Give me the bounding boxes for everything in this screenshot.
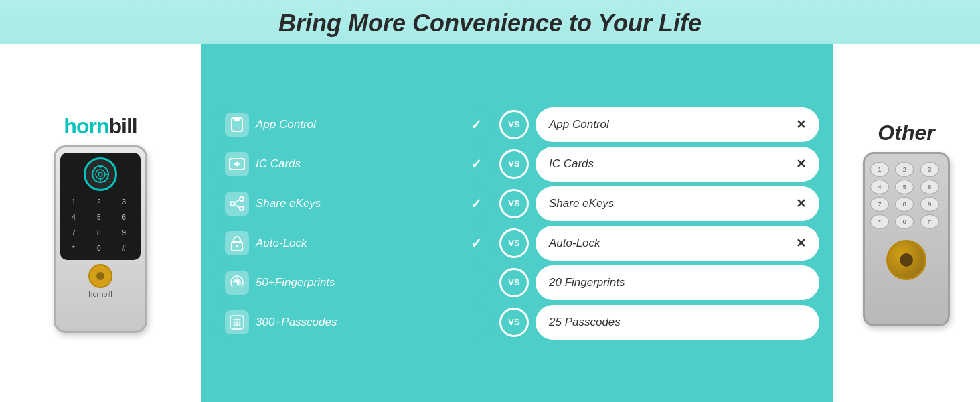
vs-badge-3: VS bbox=[499, 189, 529, 218]
app-control-check: ✓ bbox=[471, 117, 482, 133]
other-app-control: App Control ✕ bbox=[536, 107, 819, 142]
other-key-9: 9 bbox=[920, 197, 939, 212]
key-4: 4 bbox=[64, 210, 84, 224]
other-key-2: 2 bbox=[895, 162, 914, 177]
key-star: * bbox=[64, 241, 84, 255]
hornbill-logo: hornbill bbox=[64, 114, 137, 139]
vs-badge-4: VS bbox=[499, 228, 529, 258]
hornbill-app-control: App Control ✓ bbox=[214, 107, 493, 142]
fingerprint-icon-row bbox=[225, 271, 249, 295]
other-ic-cards-label: IC Cards bbox=[549, 157, 789, 171]
other-app-control-label: App Control bbox=[549, 118, 789, 131]
key-9: 9 bbox=[114, 226, 134, 239]
svg-point-0 bbox=[92, 166, 108, 182]
other-fingerprints-label: 20 Fingerprints bbox=[549, 276, 806, 289]
keyhole bbox=[88, 264, 112, 288]
share-ekeys-icon bbox=[225, 192, 249, 216]
feature-row-ic-cards: IC Cards ✓ VS IC Cards ✕ bbox=[214, 147, 819, 182]
other-auto-lock-x: ✕ bbox=[796, 236, 806, 251]
vs-badge-2: VS bbox=[499, 149, 529, 179]
svg-point-10 bbox=[236, 163, 238, 165]
other-key-6: 6 bbox=[920, 180, 939, 194]
other-knob-inner bbox=[900, 253, 913, 267]
key-2: 2 bbox=[89, 195, 109, 208]
other-key-1: 1 bbox=[870, 162, 889, 177]
vs-badge-1: VS bbox=[499, 110, 529, 139]
lock-screen: 1 2 3 4 5 6 7 8 9 * 0 # bbox=[60, 153, 141, 260]
hornbill-keypad: 1 2 3 4 5 6 7 8 9 * 0 # bbox=[64, 195, 137, 255]
other-share-ekeys: Share eKeys ✕ bbox=[536, 186, 819, 221]
other-share-ekeys-label: Share eKeys bbox=[549, 197, 789, 210]
hornbill-share-ekeys: Share eKeys ✓ bbox=[214, 186, 493, 221]
main-container: Bring More Convenience to Your Life horn… bbox=[0, 0, 980, 402]
svg-point-17 bbox=[236, 245, 238, 247]
other-key-0: 0 bbox=[895, 214, 914, 229]
other-ic-cards-x: ✕ bbox=[796, 157, 806, 172]
svg-line-14 bbox=[234, 200, 240, 203]
other-passcodes-label: 25 Passcodes bbox=[549, 316, 806, 329]
lock-bottom: hornbill bbox=[88, 264, 112, 298]
app-control-icon bbox=[225, 113, 249, 137]
other-brand-label: Other bbox=[878, 121, 934, 145]
vs-badge-5: VS bbox=[499, 268, 529, 297]
svg-point-22 bbox=[234, 321, 236, 323]
hornbill-ic-cards: IC Cards ✓ bbox=[214, 147, 493, 182]
feature-row-share-ekeys: Share eKeys ✓ VS Share eKeys ✕ bbox=[214, 186, 819, 221]
hornbill-passcodes: 300+Passcodes bbox=[214, 305, 493, 340]
key-0: 0 bbox=[89, 241, 109, 255]
passcodes-label: 300+Passcodes bbox=[256, 316, 482, 329]
other-fingerprints: 20 Fingerprints bbox=[536, 265, 819, 300]
app-control-label: App Control bbox=[256, 118, 464, 131]
hornbill-fingerprints: 50+Fingerprints bbox=[214, 265, 493, 300]
other-keypad: 1 2 3 4 5 6 7 8 9 * 0 # bbox=[870, 162, 943, 229]
other-share-ekeys-x: ✕ bbox=[796, 196, 806, 211]
key-8: 8 bbox=[89, 226, 109, 239]
svg-point-24 bbox=[239, 321, 241, 323]
right-panel: Other 1 2 3 4 5 6 7 8 9 * 0 # bbox=[833, 44, 980, 402]
svg-point-20 bbox=[236, 318, 238, 320]
hornbill-auto-lock: Auto-Lock ✓ bbox=[214, 226, 493, 261]
key-1: 1 bbox=[64, 195, 84, 208]
svg-line-15 bbox=[234, 204, 240, 208]
other-app-control-x: ✕ bbox=[796, 117, 806, 132]
keyhole-inner bbox=[96, 272, 104, 280]
other-passcodes: 25 Passcodes bbox=[536, 305, 819, 340]
vs-badge-6: VS bbox=[499, 308, 529, 337]
passcodes-icon bbox=[225, 310, 249, 334]
key-3: 3 bbox=[114, 195, 134, 208]
svg-point-11 bbox=[240, 197, 244, 201]
svg-point-25 bbox=[234, 324, 236, 326]
svg-point-19 bbox=[234, 318, 236, 320]
ic-cards-icon bbox=[225, 152, 249, 176]
other-auto-lock-label: Auto-Lock bbox=[549, 237, 789, 250]
auto-lock-icon bbox=[225, 231, 249, 255]
other-key-8: 8 bbox=[895, 197, 914, 212]
feature-row-auto-lock: Auto-Lock ✓ VS Auto-Lock ✕ bbox=[214, 226, 819, 261]
key-7: 7 bbox=[64, 226, 84, 239]
svg-rect-8 bbox=[234, 119, 240, 121]
auto-lock-label: Auto-Lock bbox=[256, 237, 464, 250]
feature-row-fingerprints: 50+Fingerprints VS 20 Fingerprints bbox=[214, 265, 819, 300]
left-panel: hornbill bbox=[0, 44, 201, 402]
svg-point-26 bbox=[236, 324, 238, 326]
hornbill-device: 1 2 3 4 5 6 7 8 9 * 0 # bbox=[54, 145, 147, 333]
key-hash: # bbox=[114, 241, 134, 255]
feature-row-app-control: App Control ✓ VS App Control ✕ bbox=[214, 107, 819, 142]
other-key-4: 4 bbox=[870, 180, 889, 194]
svg-point-1 bbox=[96, 170, 105, 179]
other-key-hash: # bbox=[920, 214, 939, 229]
other-key-5: 5 bbox=[895, 180, 914, 194]
key-5: 5 bbox=[89, 210, 109, 224]
other-device: 1 2 3 4 5 6 7 8 9 * 0 # bbox=[863, 152, 950, 326]
svg-point-27 bbox=[239, 324, 241, 326]
other-key-7: 7 bbox=[870, 197, 889, 212]
other-auto-lock: Auto-Lock ✕ bbox=[536, 226, 819, 261]
middle-panel: App Control ✓ VS App Control ✕ bbox=[201, 44, 833, 402]
auto-lock-check: ✓ bbox=[471, 235, 482, 251]
key-6: 6 bbox=[114, 210, 134, 224]
device-brand-label: hornbill bbox=[88, 290, 112, 298]
share-ekeys-check: ✓ bbox=[471, 196, 482, 212]
svg-point-21 bbox=[239, 318, 241, 320]
svg-point-12 bbox=[230, 202, 234, 206]
fingerprints-label: 50+Fingerprints bbox=[256, 276, 482, 289]
